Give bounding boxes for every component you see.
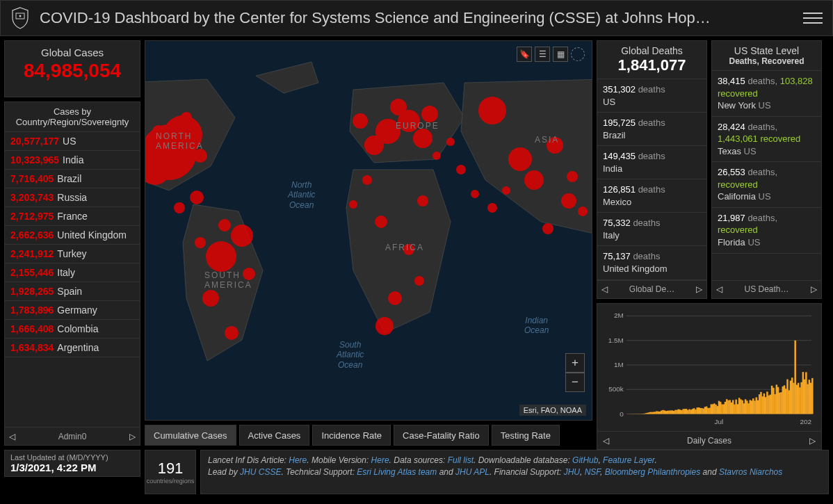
svg-rect-135 (754, 400, 756, 414)
pager-next-icon[interactable]: ▷ (696, 284, 702, 294)
svg-rect-154 (784, 385, 786, 414)
list-item[interactable]: 149,435 deathsIndia (597, 146, 706, 179)
svg-rect-153 (782, 386, 784, 414)
country-count-label: countries/regions (147, 478, 195, 485)
svg-rect-100 (699, 407, 702, 414)
svg-rect-87 (679, 409, 681, 414)
zoom-out-button[interactable]: − (565, 373, 585, 392)
pager-label: Admin0 (58, 432, 87, 441)
pager-prev-icon[interactable]: ◁ (601, 284, 608, 294)
expand-icon[interactable] (571, 47, 585, 61)
link-mobile[interactable]: Here (371, 455, 389, 465)
link-github[interactable]: GitHub (572, 455, 598, 465)
link-featurelayer[interactable]: Feature Layer (603, 455, 654, 465)
global-cases-title: Global Cases (8, 47, 137, 58)
list-item[interactable]: 75,332 deathsItaly (597, 213, 706, 246)
svg-rect-68 (649, 412, 652, 414)
svg-rect-93 (688, 409, 690, 414)
list-item[interactable]: 2,241,912Turkey (5, 245, 140, 263)
svg-rect-132 (750, 400, 752, 414)
svg-point-28 (432, 152, 441, 160)
pager-prev-icon[interactable]: ◁ (9, 432, 15, 441)
svg-rect-165 (800, 382, 802, 414)
svg-rect-119 (729, 400, 731, 414)
link-nsf[interactable]: NSF (585, 467, 600, 477)
link-esri[interactable]: Esri Living Atlas team (357, 467, 437, 477)
svg-rect-133 (751, 400, 753, 414)
link-sources[interactable]: Full list (448, 455, 474, 465)
list-item[interactable]: 2,712,975France (5, 207, 140, 226)
link-jhu[interactable]: JHU (564, 467, 580, 477)
tab-case-fatality[interactable]: Case-Fatality Ratio (394, 425, 489, 446)
list-item[interactable]: 2,662,636United Kingdom (5, 226, 140, 245)
menu-button[interactable] (803, 8, 823, 28)
link-jhucsse[interactable]: JHU CSSE (240, 467, 281, 477)
pager-prev-icon[interactable]: ◁ (716, 284, 722, 294)
credits-panel: Lancet Inf Dis Article: Here. Mobile Ver… (200, 450, 829, 494)
basemap-icon[interactable]: ▦ (553, 47, 568, 62)
svg-rect-76 (662, 409, 664, 414)
svg-rect-162 (796, 384, 798, 414)
svg-text:Jul: Jul (715, 418, 724, 425)
svg-point-16 (353, 113, 368, 129)
tab-active-cases[interactable]: Active Cases (239, 425, 310, 446)
link-jhuapl[interactable]: JHU APL (455, 467, 490, 477)
pager-prev-icon[interactable]: ◁ (603, 436, 609, 446)
list-item[interactable]: 28,424 deaths, 1,443,061 recoveredTexas … (712, 117, 821, 163)
svg-rect-94 (690, 409, 693, 414)
list-item[interactable]: 2,155,446Italy (5, 263, 140, 282)
svg-rect-82 (672, 410, 674, 414)
list-item[interactable]: 351,302 deathsUS (597, 79, 706, 113)
legend-icon[interactable]: ☰ (535, 47, 550, 62)
list-item[interactable]: 3,203,743Russia (5, 188, 140, 207)
svg-rect-115 (723, 404, 725, 414)
svg-rect-147 (773, 387, 775, 414)
list-item[interactable]: 195,725 deathsBrazil (597, 113, 706, 146)
svg-rect-96 (693, 408, 695, 414)
link-article[interactable]: Here (289, 455, 307, 465)
list-item[interactable]: 26,553 deaths, recoveredCalifornia US (712, 162, 821, 208)
tab-incidence-rate[interactable]: Incidence Rate (312, 425, 391, 446)
svg-point-39 (218, 219, 231, 231)
tab-cumulative-cases[interactable]: Cumulative Cases (145, 425, 236, 446)
map-tabs: Cumulative Cases Active Cases Incidence … (145, 425, 592, 446)
list-item[interactable]: 38,415 deaths, 103,828 recoveredNew York… (712, 71, 821, 117)
global-deaths-panel: Global Deaths 1,841,077 351,302 deathsUS… (597, 40, 707, 299)
list-item[interactable]: 1,666,408Colombia (5, 320, 140, 339)
svg-rect-118 (727, 400, 729, 414)
link-stavros[interactable]: Stavros Niarchos (719, 467, 782, 477)
list-item[interactable]: 1,634,834Argentina (5, 339, 140, 357)
global-deaths-title: Global Deaths (600, 45, 704, 56)
country-count-panel: 191 countries/regions (145, 450, 196, 494)
list-item[interactable]: 1,928,265Spain (5, 282, 140, 301)
cases-list[interactable]: 20,577,177US 10,323,965India 7,716,405Br… (5, 132, 140, 427)
svg-rect-121 (732, 400, 734, 414)
link-bloomberg[interactable]: Bloomberg Philanthropies (605, 467, 700, 477)
svg-rect-170 (809, 380, 811, 414)
global-cases-panel: Global Cases 84,985,054 (4, 40, 140, 97)
list-item[interactable]: 1,783,896Germany (5, 301, 140, 320)
list-item[interactable]: 20,577,177US (5, 132, 140, 151)
tab-testing-rate[interactable]: Testing Rate (492, 425, 560, 446)
world-map[interactable]: NORTHAMERICA SOUTHAMERICA AFRICA EUROPE … (145, 40, 592, 421)
ocean-label: NorthAtlanticOcean (288, 180, 315, 210)
svg-rect-164 (799, 387, 801, 414)
svg-rect-150 (777, 387, 779, 414)
pager-next-icon[interactable]: ▷ (129, 432, 136, 441)
svg-point-21 (561, 193, 576, 209)
svg-point-17 (478, 97, 506, 124)
list-item[interactable]: 21,987 deaths, recoveredFlorida US (712, 208, 821, 254)
map-attribution: Esri, FAO, NOAA (519, 405, 586, 416)
svg-point-19 (524, 170, 544, 190)
zoom-in-button[interactable]: + (565, 353, 585, 373)
list-item[interactable]: 7,716,405Brazil (5, 170, 140, 188)
svg-point-35 (181, 112, 192, 123)
list-item[interactable]: 75,137 deathsUnited Kingdom (597, 246, 706, 279)
svg-rect-171 (810, 382, 812, 414)
svg-rect-117 (726, 399, 728, 414)
pager-next-icon[interactable]: ▷ (811, 284, 817, 294)
pager-next-icon[interactable]: ▷ (809, 436, 816, 446)
list-item[interactable]: 10,323,965India (5, 151, 140, 170)
bookmark-icon[interactable]: 🔖 (517, 47, 532, 62)
list-item[interactable]: 126,851 deathsMexico (597, 179, 706, 213)
